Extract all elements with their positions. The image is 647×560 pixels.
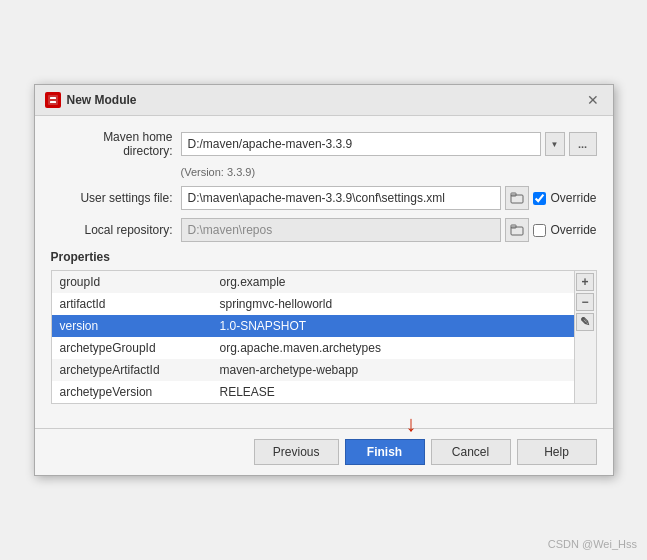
- property-key: archetypeGroupId: [52, 337, 212, 359]
- properties-sidebar: + − ✎: [574, 271, 596, 403]
- dialog-title: New Module: [67, 93, 137, 107]
- finish-button[interactable]: Finish: [345, 439, 425, 465]
- maven-home-input[interactable]: [181, 132, 541, 156]
- property-key: archetypeArtifactId: [52, 359, 212, 381]
- property-value: org.example: [212, 271, 574, 293]
- dialog-content: Maven home directory: ▼ ... (Version: 3.…: [35, 116, 613, 428]
- local-repo-row: Local repository: Override: [51, 218, 597, 242]
- table-row[interactable]: groupIdorg.example: [52, 271, 574, 293]
- maven-home-dropdown-btn[interactable]: ▼: [545, 132, 565, 156]
- dialog-icon: [45, 92, 61, 108]
- user-settings-browse-btn[interactable]: [505, 186, 529, 210]
- help-button[interactable]: Help: [517, 439, 597, 465]
- property-value: 1.0-SNAPSHOT: [212, 315, 574, 337]
- table-row[interactable]: archetypeVersionRELEASE: [52, 381, 574, 403]
- remove-property-btn[interactable]: −: [576, 293, 594, 311]
- property-key: artifactId: [52, 293, 212, 315]
- local-repo-browse-btn[interactable]: [505, 218, 529, 242]
- version-hint: (Version: 3.3.9): [181, 166, 597, 178]
- property-key: groupId: [52, 271, 212, 293]
- property-value: RELEASE: [212, 381, 574, 403]
- new-module-dialog: New Module ✕ Maven home directory: ▼ ...…: [34, 84, 614, 476]
- previous-button[interactable]: Previous: [254, 439, 339, 465]
- edit-property-btn[interactable]: ✎: [576, 313, 594, 331]
- svg-rect-1: [50, 97, 56, 99]
- title-bar-left: New Module: [45, 92, 137, 108]
- svg-rect-2: [50, 101, 56, 103]
- maven-home-label: Maven home directory:: [51, 130, 181, 158]
- property-value: springmvc-helloworld: [212, 293, 574, 315]
- local-repo-label: Local repository:: [51, 223, 181, 237]
- property-value: org.apache.maven.archetypes: [212, 337, 574, 359]
- table-row[interactable]: archetypeArtifactIdmaven-archetype-webap…: [52, 359, 574, 381]
- arrow-indicator: ↓: [406, 411, 417, 437]
- user-settings-control: Override: [181, 186, 597, 210]
- user-settings-override-group: Override: [533, 191, 596, 205]
- user-settings-input[interactable]: [181, 186, 502, 210]
- properties-container: groupIdorg.exampleartifactIdspringmvc-he…: [51, 270, 597, 404]
- property-key: version: [52, 315, 212, 337]
- watermark: CSDN @Wei_Hss: [548, 538, 637, 550]
- maven-home-row: Maven home directory: ▼ ...: [51, 130, 597, 158]
- table-row[interactable]: archetypeGroupIdorg.apache.maven.archety…: [52, 337, 574, 359]
- add-property-btn[interactable]: +: [576, 273, 594, 291]
- user-settings-row: User settings file: Override: [51, 186, 597, 210]
- table-row[interactable]: version1.0-SNAPSHOT: [52, 315, 574, 337]
- properties-table: groupIdorg.exampleartifactIdspringmvc-he…: [52, 271, 574, 403]
- maven-home-control: ▼ ...: [181, 132, 597, 156]
- property-value: maven-archetype-webapp: [212, 359, 574, 381]
- user-settings-override-checkbox[interactable]: [533, 192, 546, 205]
- cancel-button[interactable]: Cancel: [431, 439, 511, 465]
- local-repo-override-group: Override: [533, 223, 596, 237]
- user-settings-override-label: Override: [550, 191, 596, 205]
- local-repo-override-label: Override: [550, 223, 596, 237]
- button-row: ↓ Previous Finish Cancel Help: [35, 428, 613, 475]
- local-repo-control: Override: [181, 218, 597, 242]
- table-row[interactable]: artifactIdspringmvc-helloworld: [52, 293, 574, 315]
- title-bar: New Module ✕: [35, 85, 613, 116]
- close-button[interactable]: ✕: [583, 91, 603, 109]
- local-repo-input[interactable]: [181, 218, 502, 242]
- local-repo-override-checkbox[interactable]: [533, 224, 546, 237]
- properties-section-title: Properties: [51, 250, 597, 264]
- svg-rect-0: [48, 95, 58, 105]
- maven-home-browse-btn[interactable]: ...: [569, 132, 597, 156]
- property-key: archetypeVersion: [52, 381, 212, 403]
- user-settings-label: User settings file:: [51, 191, 181, 205]
